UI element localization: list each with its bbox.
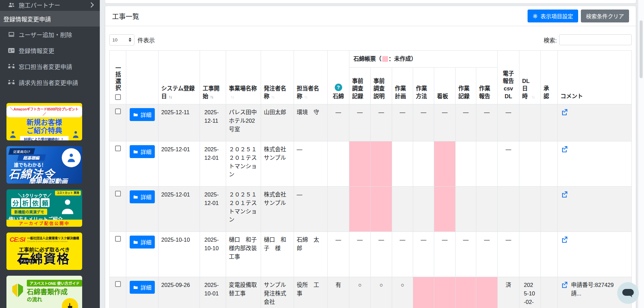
cell-pre-survey-record <box>349 187 371 232</box>
row-checkbox[interactable] <box>115 281 121 287</box>
cell-detail: 詳細 <box>126 277 159 308</box>
cell-pre-survey-explain <box>371 141 392 187</box>
detail-button[interactable]: 詳細 <box>130 108 155 121</box>
col-header-dl-datetime[interactable]: DL 日 時 <box>519 51 541 104</box>
cell-orderer-name: 株式会社サンプル <box>261 141 294 187</box>
cell-ereport-csv-dl: — <box>498 141 519 187</box>
cell-select <box>110 141 126 187</box>
page-length-label: 件表示 <box>137 36 155 44</box>
cell-system-reg-date: 2025-12-01 <box>159 187 200 232</box>
sidebar-item-billing-manager-change[interactable]: 請求先担当者変更申請 <box>0 74 100 90</box>
cell-work-method <box>413 141 434 187</box>
app-window: 施工パートナー 登録情報変更申請 ユーザー追加・削除 登録情報変更 <box>0 0 644 308</box>
detail-button[interactable]: 詳細 <box>130 190 155 203</box>
ad-banner-amazon-gift[interactable]: ＼Amazonギフトカード8500円分プレゼント／ 新規お客様 ご紹介特典 好評… <box>6 103 82 140</box>
cell-system-reg-date: 2025-10-10 <box>159 232 200 277</box>
construction-table: 一括選択 システム登録日 工事開始 事業場名称 発注者名称 担当者名称 <box>109 50 632 308</box>
cell-work-method: — <box>413 232 434 277</box>
previous-card-bottom-edge <box>105 0 636 3</box>
col-header-pre-survey-record: 事前 調査 記録 <box>349 68 371 104</box>
gear-icon <box>533 14 538 19</box>
sidebar-item-label: 登録情報変更申請 <box>3 15 51 23</box>
share-icon <box>560 236 568 243</box>
cell-dl-datetime <box>519 232 541 277</box>
main-content: 工事一覧 表示項目設定 検索条件クリア 10 <box>100 0 644 308</box>
row-checkbox[interactable] <box>115 191 121 196</box>
cell-work-method <box>413 187 434 232</box>
cell-asbestos <box>328 141 349 187</box>
row-checkbox[interactable] <box>115 146 121 151</box>
id-card-icon <box>7 47 15 54</box>
col-header-detail <box>126 51 159 104</box>
share-icon[interactable] <box>560 145 568 153</box>
cell-approval <box>541 232 558 277</box>
pink-legend-swatch <box>382 56 388 62</box>
cell-orderer-name: 株式会社サンプル <box>261 187 294 232</box>
cell-dl-datetime <box>519 187 541 232</box>
display-settings-button[interactable]: 表示項目設定 <box>528 10 578 22</box>
sidebar-item-registration-info-change[interactable]: 登録情報変更 <box>0 42 100 58</box>
sort-icon <box>208 93 213 99</box>
share-icon[interactable] <box>560 190 568 198</box>
ad-banner-analysis-request[interactable]: コストカット 実現 ＼1クリックで／ 分析依頼 新機能の実演デモ 使い方＆メリッ… <box>6 189 82 227</box>
chat-widget-button[interactable] <box>617 282 639 304</box>
detail-button[interactable]: 詳細 <box>130 236 155 249</box>
detail-button[interactable]: 詳細 <box>130 145 155 158</box>
ad-banner-document-guide[interactable]: アスベストONE 使い方ガイド 石綿書類作成 の流れ <box>6 276 82 308</box>
page-scrollbar <box>638 0 644 308</box>
share-icon[interactable] <box>560 108 568 116</box>
cell-orderer-name: 樋口 和子 様 <box>261 232 294 277</box>
sidebar-item-window-manager-change[interactable]: 窓口担当者変更申請 <box>0 58 100 74</box>
cell-work-report <box>476 187 498 232</box>
col-header-start-date[interactable]: 工事開始 <box>200 51 226 104</box>
cell-pre-survey-explain <box>371 187 392 232</box>
question-icon[interactable] <box>335 84 342 91</box>
share-icon[interactable] <box>560 281 568 289</box>
cell-pre-survey-record: — <box>349 232 371 277</box>
cell-start-date: 2025-12-01 <box>200 141 226 187</box>
sidebar-item-label: ユーザー追加・削除 <box>19 30 72 39</box>
col-header-work-method: 作業 方法 <box>413 68 434 104</box>
col-header-orderer-name[interactable]: 発注者名称 <box>261 51 294 104</box>
search-input[interactable] <box>559 34 632 45</box>
cell-asbestos <box>328 187 349 232</box>
person-illustration <box>71 130 80 139</box>
sidebar-item-user-add-delete[interactable]: ユーザー追加・削除 <box>0 27 100 42</box>
ad-banner-asbestos-license[interactable]: CE:SI 一般社団法人企業環境リスク解決機構 Corporate Enviro… <box>6 233 82 270</box>
detail-button[interactable]: 詳細 <box>130 281 155 294</box>
share-icon <box>560 281 568 289</box>
ad-title: 分析依頼 <box>11 198 50 207</box>
sidebar-item-registration-change-request[interactable]: 登録情報変更申請 <box>0 11 100 27</box>
cell-work-record <box>456 277 476 308</box>
ad-banner-asbestos-law-video[interactable]: 従業員向け 超基礎編 誰でもわかる！ 石綿法令 簡単解説動画 <box>6 146 82 184</box>
cell-pre-survey-record: ○ <box>349 277 371 308</box>
col-header-ereport-csv-dl: 電子 報告 csv DL <box>498 51 519 104</box>
clear-search-button[interactable]: 検索条件クリア <box>581 10 629 22</box>
cell-pre-survey-record <box>349 141 371 187</box>
ad-footer: 好評により受付継続中！！ <box>20 136 69 140</box>
beginner-mark-icon <box>11 283 24 300</box>
col-header-signboard: 看板 <box>434 68 456 104</box>
sidebar-item-construction-partner[interactable]: 施工パートナー <box>0 0 100 11</box>
row-checkbox[interactable] <box>115 108 121 114</box>
chevron-right-icon <box>89 2 94 7</box>
cell-manager-name: — <box>294 141 328 187</box>
scrollbar-thumb[interactable] <box>640 20 643 78</box>
cell-work-plan: — <box>392 104 413 141</box>
cell-work-method <box>413 277 434 308</box>
share-icon[interactable] <box>560 236 568 243</box>
table-row: 詳細2025-12-112025-12-11パレス田中ホテル202号室山田太郎環… <box>110 104 632 141</box>
col-header-system-reg-date[interactable]: システム登録日 <box>159 51 200 104</box>
construction-list-card: 工事一覧 表示項目設定 検索条件クリア 10 <box>105 6 636 308</box>
row-checkbox[interactable] <box>115 236 121 242</box>
select-all-checkbox[interactable] <box>115 94 121 100</box>
page-length-select[interactable]: 10 <box>109 34 134 46</box>
folder-icon <box>133 149 138 154</box>
col-header-batch-select: 一括選択 <box>110 51 126 104</box>
cell-comment <box>558 187 632 232</box>
cell-approval <box>541 277 558 308</box>
col-header-site-name[interactable]: 事業場名称 <box>226 51 261 104</box>
person-illustration <box>62 148 81 167</box>
cell-signboard: — <box>434 104 456 141</box>
col-header-manager-name[interactable]: 担当者名称 <box>294 51 328 104</box>
